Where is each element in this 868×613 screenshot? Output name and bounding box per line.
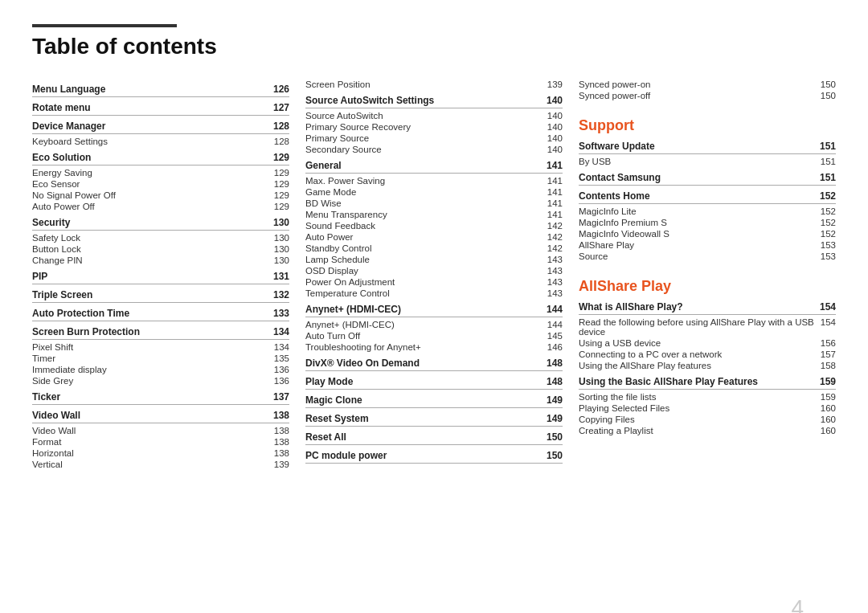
toc-columns: Menu Language126Rotate menu127Device Man… (32, 79, 836, 470)
toc-item-label: Vertical (32, 460, 63, 469)
toc-item-page: 129 (274, 202, 289, 211)
toc-item-label: Playing Selected Files (579, 403, 669, 413)
toc-header-label: Menu Language (32, 84, 105, 95)
toc-item: Max. Power Saving141 (305, 175, 563, 186)
toc-header-page: 140 (547, 95, 563, 106)
toc-item-page: 138 (274, 426, 289, 435)
toc-item-page: 143 (547, 255, 563, 264)
toc-item-label: By USB (579, 157, 611, 166)
toc-header-label: Software Update (579, 141, 655, 152)
toc-header-row: Magic Clone149 (305, 394, 563, 408)
toc-header-row: Video Wall138 (32, 410, 289, 423)
toc-header-label: Contents Home (579, 190, 650, 202)
column-1: Menu Language126Rotate menu127Device Man… (32, 79, 305, 470)
toc-item-page: 152 (821, 206, 836, 216)
toc-header-page: 144 (547, 304, 563, 315)
toc-header-row: PC module power150 (305, 450, 563, 464)
toc-item-label: Using the AllShare Play features (579, 361, 711, 370)
toc-header-label: DivX® Video On Demand (305, 358, 420, 369)
toc-header-page: 127 (273, 102, 289, 113)
toc-header-page: 159 (820, 376, 836, 387)
toc-item-label: Auto Power Off (32, 202, 95, 211)
toc-item: Source153 (579, 251, 836, 262)
toc-header-label: Using the Basic AllShare Play Features (579, 376, 758, 387)
toc-item: Synced power-off150 (579, 90, 836, 101)
toc-item-label: Video Wall (32, 426, 76, 435)
toc-item-label: MagicInfo Premium S (579, 218, 667, 227)
toc-item-page: 138 (274, 437, 289, 447)
toc-header-label: Reset All (305, 431, 346, 443)
toc-item-label: Troubleshooting for Anynet+ (305, 342, 421, 352)
toc-header-label: What is AllShare Play? (579, 301, 683, 313)
toc-item: Horizontal138 (32, 447, 289, 459)
toc-item-page: 160 (821, 426, 836, 435)
toc-item-page: 140 (547, 133, 563, 143)
toc-item-label: BD Wise (305, 198, 342, 208)
toc-item-label: Max. Power Saving (305, 176, 385, 186)
page-wrapper: Table of contents Menu Language126Rotate… (32, 24, 836, 613)
toc-item: Auto Power Off129 (32, 201, 289, 212)
page-title: Table of contents (32, 34, 836, 59)
toc-item-label: Timer (32, 353, 55, 363)
toc-item-label: Synced power-on (579, 80, 651, 89)
toc-header-label: Device Manager (32, 121, 105, 132)
toc-item: Safety Lock130 (32, 232, 289, 243)
toc-item-page: 130 (274, 244, 289, 254)
toc-item-label: Standby Control (305, 243, 371, 253)
toc-header-row: Contact Samsung151 (579, 172, 836, 186)
toc-item-page: 134 (274, 342, 289, 352)
toc-item-label: Button Lock (32, 244, 81, 254)
toc-item-page: 140 (547, 122, 563, 132)
toc-header-row: Security130 (32, 217, 289, 231)
toc-item: BD Wise141 (305, 198, 563, 209)
toc-item-page: 143 (547, 288, 563, 298)
toc-item: Auto Turn Off145 (305, 330, 563, 341)
toc-item-page: 150 (821, 80, 836, 89)
toc-header-row: PIP131 (32, 271, 289, 284)
toc-item-label: MagicInfo Lite (579, 206, 637, 216)
toc-item: Creating a Playlist160 (579, 425, 836, 436)
toc-header-page: 137 (273, 391, 289, 403)
toc-item-page: 142 (547, 232, 563, 242)
toc-item-label: Secondary Source (305, 145, 382, 154)
toc-item-label: Synced power-off (579, 91, 650, 100)
toc-item: Primary Source Recovery140 (305, 121, 563, 133)
toc-item: Using the AllShare Play features158 (579, 360, 836, 371)
toc-header-row: Rotate menu127 (32, 102, 289, 116)
toc-item-label: Keyboard Settings (32, 137, 108, 146)
toc-item: Source AutoSwitch140 (305, 110, 563, 121)
toc-header-page: 128 (273, 121, 289, 132)
toc-header-page: 141 (547, 160, 563, 171)
toc-item: MagicInfo Lite152 (579, 206, 836, 217)
toc-item-label: Auto Power (305, 232, 353, 242)
toc-item-label: Auto Turn Off (305, 331, 360, 341)
toc-item: Lamp Schedule143 (305, 254, 563, 265)
toc-item: Vertical139 (32, 459, 289, 470)
toc-item-label: Change PIN (32, 255, 83, 265)
toc-header-page: 148 (547, 376, 563, 387)
toc-item-page: 140 (547, 145, 563, 154)
toc-item-page: 141 (547, 176, 563, 186)
toc-item-page: 130 (274, 233, 289, 243)
toc-item: Temperature Control143 (305, 288, 563, 299)
toc-item-page: 141 (547, 210, 563, 219)
toc-header-page: 151 (820, 141, 836, 152)
toc-item-label: Eco Sensor (32, 179, 80, 189)
toc-item-page: 142 (547, 221, 563, 231)
toc-item-page: 141 (547, 187, 563, 197)
toc-item-label: Lamp Schedule (305, 255, 370, 264)
toc-item-label: Menu Transparency (305, 210, 387, 219)
toc-item: Standby Control142 (305, 243, 563, 254)
toc-header-label: Anynet+ (HDMI-CEC) (305, 304, 401, 315)
toc-item-page: 129 (274, 168, 289, 178)
toc-header-label: Screen Burn Protection (32, 326, 140, 337)
toc-item: Energy Saving129 (32, 167, 289, 178)
toc-item-page: 152 (821, 218, 836, 227)
toc-item-page: 143 (547, 266, 563, 276)
page-number: 4 (791, 595, 804, 613)
toc-header-row: Ticker137 (32, 391, 289, 405)
toc-header-page: 150 (547, 431, 563, 443)
toc-item: Primary Source140 (305, 133, 563, 144)
toc-header-page: 154 (820, 301, 836, 313)
toc-item-label: AllShare Play (579, 240, 634, 250)
